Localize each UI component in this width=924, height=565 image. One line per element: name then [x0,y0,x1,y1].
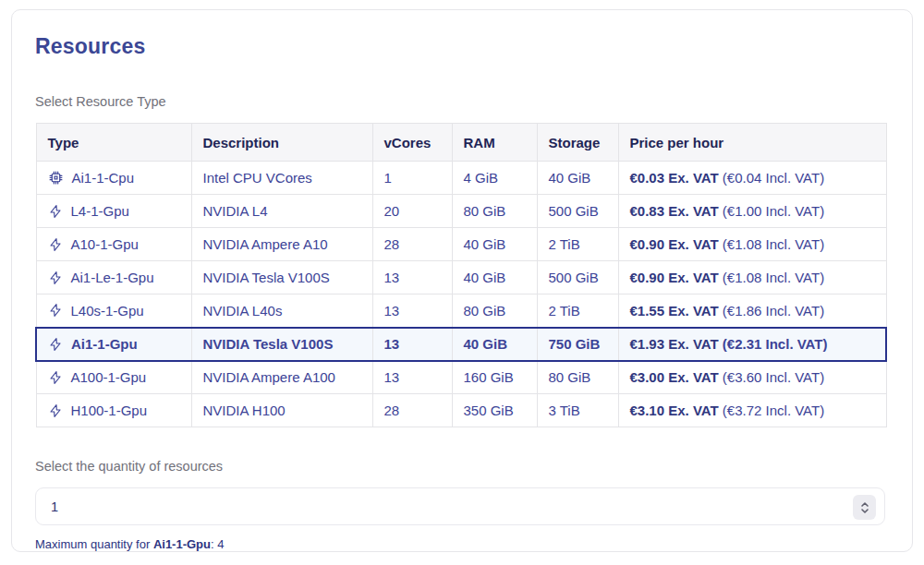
resource-ram: 40 GiB [452,228,537,261]
table-row[interactable]: Ai1-Le-1-GpuNVIDIA Tesla V100S1340 GiB50… [36,261,886,295]
resource-type-name: A10-1-Gpu [71,236,139,252]
resource-ram: 40 GiB [452,328,537,361]
stepper-buttons[interactable] [853,495,876,520]
resource-price: €0.90 Ex. VAT (€1.08 Incl. VAT) [618,261,886,295]
price-ex-vat: €0.83 Ex. VAT [630,203,719,219]
column-header-description: Description [191,124,372,162]
column-header-price: Price per hour [618,124,886,162]
cpu-chip-icon [48,170,64,186]
resource-description: NVIDIA Ampere A10 [191,228,372,261]
quantity-stepper[interactable] [35,487,885,525]
resource-ram: 80 GiB [452,195,537,228]
price-ex-vat: €1.93 Ex. VAT [630,336,719,352]
price-ex-vat: €0.90 Ex. VAT [630,236,719,252]
resource-description: NVIDIA Tesla V100S [191,328,372,361]
resource-vcores: 20 [372,195,452,228]
resource-description: NVIDIA Ampere A100 [191,361,372,394]
resource-price: €0.03 Ex. VAT (€0.04 Incl. VAT) [618,162,886,195]
resource-vcores: 28 [372,394,452,427]
resource-storage: 40 GiB [537,162,618,195]
resource-price: €1.55 Ex. VAT (€1.86 Incl. VAT) [618,295,886,328]
gpu-bolt-icon [48,303,63,318]
resource-description: NVIDIA L40s [191,295,372,328]
resource-type-name: L4-1-Gpu [71,203,129,219]
resource-table: Type Description vCores RAM Storage Pric… [35,123,887,427]
table-row[interactable]: Ai1-1-CpuIntel CPU VCores14 GiB40 GiB€0.… [36,162,886,195]
resource-ram: 160 GiB [452,361,537,394]
gpu-bolt-icon [48,270,63,285]
resource-ram: 40 GiB [452,261,537,295]
price-incl-vat: (€3.72 Incl. VAT) [719,403,825,418]
table-row[interactable]: Ai1-1-GpuNVIDIA Tesla V100S1340 GiB750 G… [36,328,886,361]
max-quantity-suffix: : 4 [211,537,224,551]
resource-storage: 500 GiB [537,261,618,295]
price-ex-vat: €1.55 Ex. VAT [630,303,719,319]
gpu-bolt-icon [48,337,63,352]
quantity-label: Select the quantity of resources [35,459,889,474]
resource-storage: 2 TiB [537,228,618,261]
resource-vcores: 13 [372,295,452,328]
column-header-type: Type [36,124,191,162]
resource-price: €1.93 Ex. VAT (€2.31 Incl. VAT) [618,328,886,361]
resource-type-name: A100-1-Gpu [71,369,147,385]
table-row[interactable]: L4-1-GpuNVIDIA L42080 GiB500 GiB€0.83 Ex… [36,195,886,228]
price-ex-vat: €0.03 Ex. VAT [630,170,719,186]
resource-storage: 3 TiB [537,394,618,427]
price-incl-vat: (€1.00 Incl. VAT) [719,203,825,219]
column-header-vcores: vCores [372,124,452,162]
table-row[interactable]: A10-1-GpuNVIDIA Ampere A102840 GiB2 TiB€… [36,228,886,261]
gpu-bolt-icon [48,370,63,385]
resource-type-name: Ai1-1-Cpu [72,170,135,186]
table-row[interactable]: A100-1-GpuNVIDIA Ampere A10013160 GiB80 … [36,361,886,394]
resource-storage: 80 GiB [537,361,618,394]
resource-description: NVIDIA H100 [191,394,372,427]
gpu-bolt-icon [48,403,63,418]
price-incl-vat: (€2.31 Incl. VAT) [719,336,828,352]
resources-card: Resources Select Resource Type Type Desc… [11,9,913,552]
resource-price: €0.90 Ex. VAT (€1.08 Incl. VAT) [618,228,886,261]
table-header-row: Type Description vCores RAM Storage Pric… [36,124,886,162]
max-quantity-prefix: Maximum quantity for [35,537,153,551]
resource-type-label: Select Resource Type [35,94,889,109]
max-quantity-note: Maximum quantity for Ai1-1-Gpu: 4 [35,537,889,551]
table-row[interactable]: L40s-1-GpuNVIDIA L40s1380 GiB2 TiB€1.55 … [36,295,886,328]
price-incl-vat: (€0.04 Incl. VAT) [719,170,825,186]
price-incl-vat: (€1.08 Incl. VAT) [719,270,825,285]
resource-type-name: L40s-1-Gpu [71,303,144,319]
gpu-bolt-icon [48,204,63,219]
page-title: Resources [35,34,889,59]
resource-vcores: 13 [372,261,452,295]
resource-ram: 80 GiB [452,295,537,328]
quantity-input[interactable] [36,499,812,514]
price-ex-vat: €3.10 Ex. VAT [630,403,719,418]
resource-description: NVIDIA L4 [191,195,372,228]
resource-vcores: 13 [372,361,452,394]
price-incl-vat: (€1.08 Incl. VAT) [719,236,825,252]
resource-vcores: 1 [372,162,452,195]
resource-ram: 350 GiB [452,394,537,427]
resource-description: Intel CPU VCores [191,162,372,195]
resource-storage: 500 GiB [537,195,618,228]
resource-vcores: 28 [372,228,452,261]
chevron-up-down-icon [859,500,870,515]
column-header-ram: RAM [452,124,537,162]
price-ex-vat: €3.00 Ex. VAT [630,369,719,385]
resource-price: €3.10 Ex. VAT (€3.72 Incl. VAT) [618,394,886,427]
resource-storage: 2 TiB [537,295,618,328]
column-header-storage: Storage [537,124,618,162]
resource-type-name: Ai1-1-Gpu [71,336,138,352]
gpu-bolt-icon [48,237,63,252]
price-incl-vat: (€3.60 Incl. VAT) [719,369,825,385]
resource-ram: 4 GiB [452,162,537,195]
resource-price: €0.83 Ex. VAT (€1.00 Incl. VAT) [618,195,886,228]
price-ex-vat: €0.90 Ex. VAT [630,270,719,285]
resource-storage: 750 GiB [537,328,618,361]
table-row[interactable]: H100-1-GpuNVIDIA H10028350 GiB3 TiB€3.10… [36,394,886,427]
resource-type-name: Ai1-Le-1-Gpu [71,270,154,285]
resource-vcores: 13 [372,328,452,361]
resource-price: €3.00 Ex. VAT (€3.60 Incl. VAT) [618,361,886,394]
resource-description: NVIDIA Tesla V100S [191,261,372,295]
max-quantity-resource: Ai1-1-Gpu [153,537,211,551]
price-incl-vat: (€1.86 Incl. VAT) [719,303,825,319]
resource-type-name: H100-1-Gpu [71,403,148,418]
